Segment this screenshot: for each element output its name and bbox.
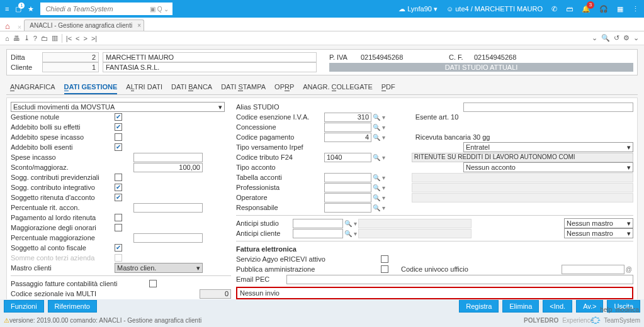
magnifier-icon[interactable]: 🔍 ▾ — [371, 204, 387, 211]
perc-rit-input[interactable] — [133, 203, 203, 213]
tab-acc-input[interactable] — [324, 173, 371, 182]
cod-esenz-input[interactable]: 310 — [324, 113, 371, 122]
last-icon[interactable]: >| — [91, 35, 97, 42]
magnifier-icon[interactable]: 🔍 ▾ — [371, 184, 387, 191]
tab-pdf[interactable]: PDF — [381, 80, 395, 94]
ant-studio-input[interactable] — [293, 219, 343, 228]
cf-value: 02154945268 — [474, 53, 562, 61]
search2-icon[interactable]: 🔍 — [601, 34, 610, 42]
magnifier-icon[interactable]: 🔍 ▾ — [371, 114, 387, 121]
phone-icon[interactable]: ✆ — [551, 5, 557, 13]
spese-input[interactable] — [133, 153, 203, 162]
tab-anagrafica[interactable]: ANAGRAFICA — [10, 80, 55, 94]
check-agyo[interactable] — [381, 255, 388, 263]
alias-input[interactable] — [463, 103, 633, 112]
undo-icon[interactable]: ↺ — [614, 34, 619, 42]
close-tab-icon[interactable]: × — [137, 22, 141, 29]
search-box[interactable]: ▣ Q ⌄ — [40, 3, 172, 15]
check-maggiorazione[interactable] — [115, 224, 122, 231]
magnifier-icon[interactable]: 🔍 ▾ — [371, 154, 387, 161]
home-icon[interactable]: ⌂ — [5, 21, 10, 31]
star-icon[interactable]: ★ — [28, 5, 34, 13]
magnifier-icon[interactable]: 🔍 ▾ — [371, 194, 387, 201]
dd2-icon[interactable]: ⌄ — [633, 34, 639, 42]
cod-pag-input[interactable]: 4 — [324, 133, 371, 142]
check-passaggio[interactable] — [149, 280, 157, 287]
prof-input[interactable] — [324, 183, 371, 192]
window-icon[interactable]: ▢1 — [15, 5, 21, 13]
cliente-value[interactable]: 1 — [42, 62, 99, 72]
ant-cliente-select[interactable]: Nessun mastro▾ — [564, 228, 633, 238]
nessun-invio-box[interactable]: Nessun invio — [236, 287, 633, 299]
magnifier-icon[interactable]: 🔍 ▾ — [371, 174, 387, 181]
search-tools-icon[interactable]: ▣ Q ⌄ — [150, 6, 169, 13]
codun-input[interactable] — [562, 265, 624, 274]
gear-icon[interactable]: ⚙ — [623, 34, 630, 42]
magnifier-icon[interactable]: 🔍 ▾ — [371, 124, 387, 131]
dati-studio-button[interactable]: DATI STUDIO ATTUALI — [329, 63, 633, 72]
tab-oprp[interactable]: OPRP — [274, 80, 294, 94]
concess-input[interactable] — [324, 123, 371, 132]
mastro-select[interactable]: Mastro clien.▾ — [115, 263, 203, 273]
oper-input[interactable] — [324, 193, 371, 202]
ind-button[interactable]: <Ind. — [543, 300, 572, 308]
search-input[interactable] — [44, 4, 138, 13]
tipo-acc-select[interactable]: Nessun acconto▾ — [463, 162, 633, 172]
tab-dati-banca[interactable]: DATI BANCA — [171, 80, 212, 94]
sconto-input[interactable]: 100,00 — [133, 163, 203, 172]
export-icon[interactable]: ⤓ — [24, 34, 30, 42]
ditta-value[interactable]: 2 — [42, 52, 99, 62]
app-tab[interactable]: ANACLI - Gestione anagrafica clienti× — [24, 19, 144, 31]
perc-mag-input[interactable] — [133, 233, 203, 243]
ditta-name: MARCHETTI MAURO — [103, 52, 317, 62]
archive-icon[interactable]: 🗃 — [566, 5, 573, 13]
elimina-button[interactable]: Elimina — [502, 300, 539, 308]
check-integrativo[interactable]: ✔ — [115, 184, 122, 191]
check-previdenziali[interactable] — [115, 174, 122, 181]
menu-icon[interactable]: ≡ — [5, 5, 9, 13]
check-pubamm[interactable] — [381, 265, 388, 273]
riferimento-button[interactable]: Riferimento — [48, 300, 97, 308]
next-icon[interactable]: > — [84, 35, 88, 42]
ant-cliente-input[interactable] — [293, 229, 343, 238]
funzioni-button[interactable]: Funzioni — [4, 300, 44, 308]
headset-icon[interactable]: 🎧 — [599, 5, 608, 13]
tab-altri-dati[interactable]: ALTRI DATI — [126, 80, 162, 94]
tipo-vers-select[interactable]: Entratel▾ — [463, 142, 633, 152]
toolbar: ⌂ 🖶 ⤓ ? 🗀 ▥ |< < > >| ⌄ 🔍 ↺ ⚙ ⌄ — [0, 31, 644, 45]
bell-icon[interactable]: 🔔3 — [582, 5, 590, 13]
right-column: Alias STUDIO Codice esenzione I.V.A.310🔍… — [236, 102, 633, 299]
folder-icon[interactable]: 🗀 — [41, 35, 48, 42]
av-button[interactable]: Av.> — [576, 300, 603, 308]
registra-button[interactable]: Registra — [459, 300, 499, 308]
help-icon[interactable]: ? — [33, 35, 37, 42]
cod-trib-input[interactable]: 1040 — [324, 153, 371, 162]
panel-icon[interactable]: ▥ — [52, 34, 58, 42]
home2-icon[interactable]: ⌂ — [5, 35, 9, 42]
cloud-icon[interactable]: ☁ Lynfa90 ▾ — [398, 5, 438, 13]
more-icon[interactable]: ⋮ — [632, 5, 639, 13]
user-icon[interactable]: ☺ ute4 / MARCHETTI MAURO — [446, 5, 543, 13]
magnifier-icon[interactable]: 🔍 ▾ — [371, 134, 387, 141]
email-pec-input[interactable] — [286, 275, 633, 284]
check-bolli-effetti[interactable]: ✔ — [115, 123, 122, 131]
at-icon[interactable]: @ — [624, 266, 633, 273]
grid-icon[interactable]: ▦ — [617, 5, 623, 13]
print-icon[interactable]: 🖶 — [13, 35, 20, 42]
first-icon[interactable]: |< — [66, 35, 72, 42]
check-gestione-notule[interactable]: ✔ — [115, 113, 122, 121]
tab-dati-gestione[interactable]: DATI GESTIONE — [64, 80, 118, 94]
check-spese-incasso[interactable] — [115, 133, 122, 141]
escludi-select[interactable]: Escludi movimenti da MOVSTUA▾ — [11, 102, 225, 112]
check-lordo[interactable] — [115, 214, 122, 221]
resp-input[interactable] — [324, 203, 371, 213]
prev-icon[interactable]: < — [76, 35, 79, 42]
dd1-icon[interactable]: ⌄ — [592, 34, 597, 42]
check-ritenuta[interactable]: ✔ — [115, 194, 122, 201]
ant-studio-select[interactable]: Nessun mastro▾ — [564, 218, 633, 228]
check-bolli-esenti[interactable]: ✔ — [115, 143, 122, 151]
tab-strip: ⌂ × ANACLI - Gestione anagrafica clienti… — [0, 18, 644, 31]
check-conto-fiscale[interactable]: ✔ — [115, 244, 122, 252]
tab-dati-stampa[interactable]: DATI STAMPA — [221, 80, 266, 94]
tab-anagr-collegate[interactable]: ANAGR. COLLEGATE — [303, 80, 372, 94]
